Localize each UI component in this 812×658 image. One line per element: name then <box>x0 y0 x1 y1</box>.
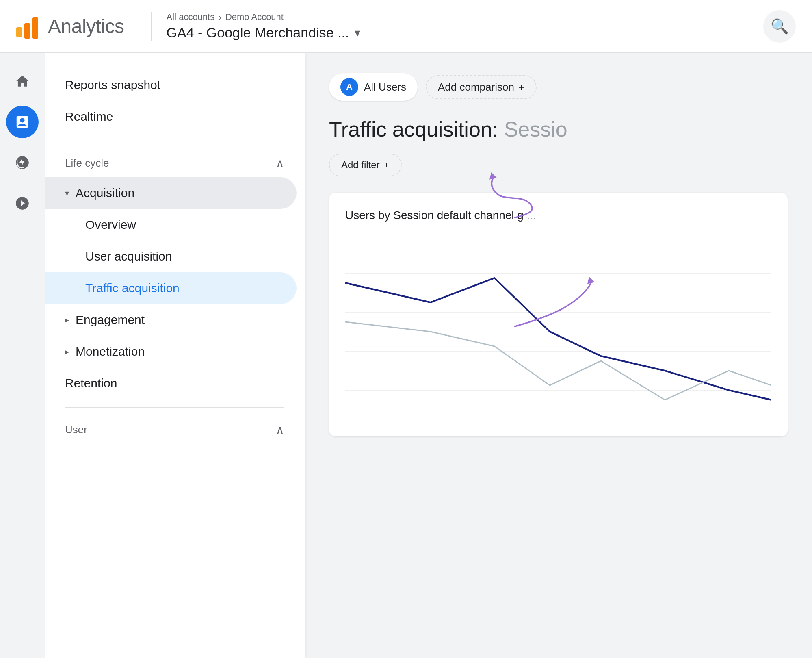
menu-item-monetization[interactable]: ▸ Monetization <box>45 336 297 367</box>
chart-line-secondary <box>345 322 771 400</box>
menu-item-realtime[interactable]: Realtime <box>45 101 297 132</box>
menu-divider-2 <box>65 407 284 408</box>
menu-sub-item-traffic-acquisition[interactable]: Traffic acquisition <box>45 272 297 304</box>
chart-title-text: Users by Session default channel g <box>345 209 524 222</box>
sidebar-item-reports[interactable] <box>6 106 39 138</box>
chart-title: Users by Session default channel g ... <box>345 209 771 222</box>
sidebar-item-explore[interactable] <box>6 146 39 179</box>
icon-nav <box>0 53 45 658</box>
breadcrumb-root[interactable]: All accounts <box>167 12 215 22</box>
app-title: Analytics <box>48 15 124 37</box>
section-user-label: User <box>65 423 87 436</box>
account-name: GA4 - Google Merchandise ... <box>167 25 349 41</box>
menu-sub-item-user-acquisition[interactable]: User acquisition <box>45 241 297 272</box>
breadcrumb-account[interactable]: Demo Account <box>225 12 284 22</box>
account-dropdown-icon: ▾ <box>355 26 360 39</box>
section-lifecycle-label: Life cycle <box>65 157 109 169</box>
add-filter-icon: + <box>384 159 390 171</box>
logo-bar-3 <box>32 17 38 39</box>
engagement-expand-arrow: ▸ <box>65 315 69 325</box>
chart-title-secondary: ... <box>527 209 536 222</box>
header-divider <box>151 12 152 41</box>
page-title-secondary: Sessio <box>504 117 567 141</box>
section-lifecycle[interactable]: Life cycle ∧ <box>45 149 305 177</box>
page-title: Traffic acquisition: Sessio <box>329 117 788 141</box>
chip-add-icon: + <box>518 81 524 93</box>
sidebar-item-advertising[interactable] <box>6 187 39 219</box>
analytics-logo-icon <box>16 14 38 39</box>
chart-svg <box>345 234 771 429</box>
chip-all-users[interactable]: A All Users <box>329 73 418 101</box>
menu-item-acquisition-label: Acquisition <box>76 186 134 200</box>
main-content: A All Users Add comparison + Traffic acq… <box>305 53 812 658</box>
acquisition-expand-arrow: ▾ <box>65 188 69 198</box>
monetization-expand-arrow: ▸ <box>65 347 69 356</box>
main-layout: Reports snapshot Realtime Life cycle ∧ ▾… <box>0 53 812 658</box>
logo-area: Analytics <box>16 14 124 39</box>
menu-item-engagement[interactable]: ▸ Engagement <box>45 304 297 336</box>
logo-bar-2 <box>24 23 30 39</box>
account-selector[interactable]: GA4 - Google Merchandise ... ▾ <box>167 25 361 41</box>
breadcrumb: All accounts › Demo Account <box>167 12 361 22</box>
section-user[interactable]: User ∧ <box>45 416 305 444</box>
menu-divider-1 <box>65 141 284 141</box>
add-filter-button[interactable]: Add filter + <box>329 154 402 176</box>
page-title-main: Traffic acquisition: <box>329 117 498 141</box>
section-user-chevron: ∧ <box>276 423 284 436</box>
filter-row: Add filter + <box>329 154 788 176</box>
chip-avatar: A <box>340 78 358 96</box>
section-lifecycle-chevron: ∧ <box>276 156 284 170</box>
sidebar-item-home[interactable] <box>6 65 39 98</box>
app-header: Analytics All accounts › Demo Account GA… <box>0 0 812 53</box>
breadcrumb-chevron-icon: › <box>219 13 221 22</box>
search-button[interactable]: 🔍 <box>763 10 796 43</box>
menu-sub-item-overview[interactable]: Overview <box>45 209 297 241</box>
menu-item-acquisition[interactable]: ▾ Acquisition <box>45 177 297 209</box>
home-icon <box>15 74 30 89</box>
menu-item-engagement-label: Engagement <box>76 313 145 327</box>
chip-all-users-label: All Users <box>364 81 406 93</box>
search-icon: 🔍 <box>771 18 789 35</box>
chart-container: Users by Session default channel g ... <box>329 193 788 436</box>
add-filter-label: Add filter <box>341 159 380 171</box>
breadcrumb-area: All accounts › Demo Account GA4 - Google… <box>167 12 361 41</box>
reports-icon <box>15 114 30 130</box>
comparison-row: A All Users Add comparison + <box>329 73 788 101</box>
chip-add-comparison[interactable]: Add comparison + <box>426 75 537 99</box>
menu-item-reports-snapshot[interactable]: Reports snapshot <box>45 69 297 101</box>
advertising-icon <box>15 195 30 211</box>
menu-item-monetization-label: Monetization <box>76 345 145 358</box>
menu-item-retention[interactable]: Retention <box>45 367 297 399</box>
chip-add-comparison-label: Add comparison <box>438 81 514 93</box>
logo-bar-1 <box>16 27 22 37</box>
sidebar-menu: Reports snapshot Realtime Life cycle ∧ ▾… <box>45 53 305 658</box>
explore-icon <box>15 155 30 170</box>
